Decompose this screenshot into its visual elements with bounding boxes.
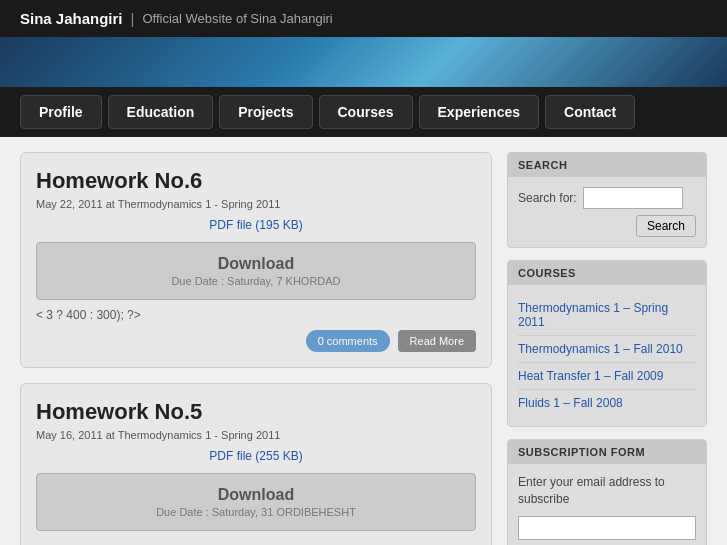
download-label-1: Download xyxy=(49,255,463,273)
readmore-btn-1[interactable]: Read More xyxy=(398,330,476,352)
courses-section-title: COURSES xyxy=(508,261,706,285)
page-body: Homework No.6 May 22, 2011 at Thermodyna… xyxy=(0,137,727,545)
sidebar-search-box: SEARCH Search for: Search xyxy=(507,152,707,248)
article-code-1: < 3 ? 400 : 300); ?> xyxy=(36,308,476,322)
article-pdf-link-2[interactable]: PDF file (255 KB) xyxy=(36,449,476,463)
article-title-1: Homework No.6 xyxy=(36,168,476,194)
download-btn-1[interactable]: Download Due Date : Saturday, 7 KHORDAD xyxy=(36,242,476,300)
article-pdf-link-1[interactable]: PDF file (195 KB) xyxy=(36,218,476,232)
sidebar-courses-box: COURSES Thermodynamics 1 – Spring 2011 T… xyxy=(507,260,707,427)
download-label-2: Download xyxy=(49,486,463,504)
header-separator: | xyxy=(131,10,135,27)
article-card-1: Homework No.6 May 22, 2011 at Thermodyna… xyxy=(20,152,492,368)
search-label: Search for: xyxy=(518,191,577,205)
article-meta-text-1: May 22, 2011 at Thermodynamics 1 - Sprin… xyxy=(36,198,280,210)
search-content: Search for: Search xyxy=(508,177,706,247)
nav-item-profile[interactable]: Profile xyxy=(20,95,102,129)
search-section-title: SEARCH xyxy=(508,153,706,177)
nav-item-education[interactable]: Education xyxy=(108,95,214,129)
nav-item-projects[interactable]: Projects xyxy=(219,95,312,129)
subscription-email-input[interactable] xyxy=(518,516,696,540)
sidebar: SEARCH Search for: Search COURSES Thermo… xyxy=(507,152,707,545)
subscription-section-title: SUBSCRIPTION FORM xyxy=(508,440,706,464)
sidebar-subscription-box: SUBSCRIPTION FORM Enter your email addre… xyxy=(507,439,707,545)
site-name: Sina Jahangiri xyxy=(20,10,123,27)
search-button[interactable]: Search xyxy=(636,215,696,237)
search-row: Search for: xyxy=(518,187,696,209)
nav-item-experiences[interactable]: Experiences xyxy=(419,95,540,129)
nav-item-courses[interactable]: Courses xyxy=(319,95,413,129)
article-title-2: Homework No.5 xyxy=(36,399,476,425)
download-due-1: Due Date : Saturday, 7 KHORDAD xyxy=(49,275,463,287)
article-meta-2: May 16, 2011 at Thermodynamics 1 - Sprin… xyxy=(36,429,476,441)
course-item-0[interactable]: Thermodynamics 1 – Spring 2011 xyxy=(518,295,696,336)
article-meta-text-2: May 16, 2011 at Thermodynamics 1 - Sprin… xyxy=(36,429,280,441)
main-content: Homework No.6 May 22, 2011 at Thermodyna… xyxy=(20,152,492,545)
nav-item-contact[interactable]: Contact xyxy=(545,95,635,129)
search-input[interactable] xyxy=(583,187,683,209)
site-tagline: Official Website of Sina Jahangiri xyxy=(142,11,332,26)
article-meta-1: May 22, 2011 at Thermodynamics 1 - Sprin… xyxy=(36,198,476,210)
header-banner xyxy=(0,37,727,87)
course-item-1[interactable]: Thermodynamics 1 – Fall 2010 xyxy=(518,336,696,363)
main-nav: Profile Education Projects Courses Exper… xyxy=(0,87,727,137)
download-btn-2[interactable]: Download Due Date : Saturday, 31 ORDIBEH… xyxy=(36,473,476,531)
subscription-text: Enter your email address to subscribe xyxy=(518,474,696,508)
subscription-content: Enter your email address to subscribe xyxy=(508,464,706,545)
course-item-2[interactable]: Heat Transfer 1 – Fall 2009 xyxy=(518,363,696,390)
site-header: Sina Jahangiri | Official Website of Sin… xyxy=(0,0,727,37)
download-due-2: Due Date : Saturday, 31 ORDIBEHESHT xyxy=(49,506,463,518)
article-actions-1: 0 comments Read More xyxy=(36,330,476,352)
article-card-2: Homework No.5 May 16, 2011 at Thermodyna… xyxy=(20,383,492,545)
course-item-3[interactable]: Fluids 1 – Fall 2008 xyxy=(518,390,696,416)
courses-content: Thermodynamics 1 – Spring 2011 Thermodyn… xyxy=(508,285,706,426)
comments-btn-1[interactable]: 0 comments xyxy=(306,330,390,352)
